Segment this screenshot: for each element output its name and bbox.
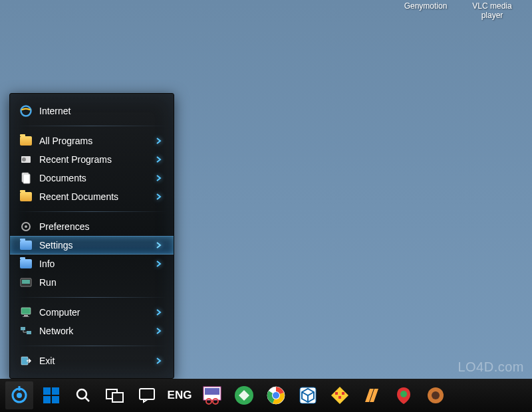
menu-item-documents[interactable]: Documents [10,169,174,187]
taskbar-chrome[interactable] [262,381,290,409]
menu-label-preferences: Preferences [39,221,164,232]
taskbar-task-view[interactable] [101,381,129,409]
svg-rect-12 [21,327,25,330]
svg-rect-10 [24,315,28,316]
svg-point-0 [21,106,31,116]
chevron-right-icon [154,240,164,251]
network-icon [19,324,33,338]
chevron-right-icon [154,356,164,366]
svg-rect-11 [23,316,29,317]
svg-point-40 [432,391,440,399]
menu-label-network: Network [39,326,154,336]
menu-label-exit: Exit [39,356,154,366]
svg-rect-26 [205,388,219,395]
chevron-right-icon [154,258,164,269]
menu-label-run: Run [39,277,164,288]
menu-item-recent-programs[interactable]: Recent Programs [10,150,174,169]
taskbar: ENG [0,379,532,412]
menu-label-all-programs: All Programs [39,136,154,146]
menu-item-recent-documents[interactable]: Recent Documents [10,187,174,206]
folder-icon [19,190,33,203]
svg-point-38 [400,391,407,397]
menu-item-internet[interactable]: Internet [10,102,174,120]
chevron-right-icon [154,173,164,183]
menu-label-settings: Settings [39,240,154,251]
folder-icon [19,134,33,148]
taskbar-virtualbox[interactable] [294,381,322,409]
menu-label-recent-documents: Recent Documents [39,191,154,202]
folder-icon [19,257,33,270]
menu-label-recent-programs: Recent Programs [39,154,154,165]
svg-rect-13 [27,331,31,334]
taskbar-chat[interactable] [133,381,161,409]
documents-icon [19,171,33,185]
svg-point-21 [77,389,86,399]
svg-rect-36 [342,392,344,395]
folder-icon [19,239,33,252]
menu-item-run[interactable]: Run [10,273,174,292]
taskbar-windows-start[interactable] [37,381,65,409]
svg-rect-35 [335,392,338,395]
taskbar-app-diamond[interactable] [326,381,354,409]
svg-point-2 [22,157,26,161]
chevron-right-icon [154,326,164,336]
chevron-right-icon [154,136,164,146]
svg-point-16 [17,393,22,398]
chevron-right-icon [154,191,164,202]
menu-divider [17,211,167,212]
chevron-right-icon [154,154,164,165]
svg-rect-37 [338,396,341,399]
menu-divider [17,126,167,126]
start-button[interactable] [5,381,33,409]
svg-point-6 [25,225,27,228]
menu-label-computer: Computer [39,307,154,318]
taskbar-language[interactable]: ENG [165,389,194,402]
desktop-icons-area: Genymotion VLC media player [399,1,519,20]
svg-point-33 [273,392,279,399]
svg-rect-4 [23,174,30,183]
desktop-icon-vlc[interactable]: VLC media player [466,1,519,20]
recent-programs-icon [19,153,33,166]
start-menu: Internet All Programs Recent Programs Do… [9,93,174,379]
menu-item-computer[interactable]: Computer [10,303,174,322]
svg-rect-19 [43,396,51,403]
taskbar-app-last[interactable] [422,381,450,409]
menu-item-info[interactable]: Info [10,255,174,273]
taskbar-search[interactable] [69,381,97,409]
menu-item-network[interactable]: Network [10,322,174,340]
watermark: LO4D.com [458,360,524,375]
preferences-icon [19,220,33,233]
menu-item-preferences[interactable]: Preferences [10,217,174,236]
svg-rect-24 [140,389,154,399]
chevron-right-icon [154,307,164,318]
taskbar-snipping-tool[interactable] [198,381,226,409]
menu-label-documents: Documents [39,173,154,183]
svg-rect-20 [52,396,59,403]
menu-divider [17,346,167,346]
run-icon [19,276,33,289]
svg-rect-9 [21,308,31,314]
taskbar-app-green[interactable] [230,381,258,409]
svg-rect-23 [112,393,123,402]
desktop-icon-genymotion[interactable]: Genymotion [399,1,452,20]
menu-label-internet: Internet [39,106,164,116]
menu-item-all-programs[interactable]: All Programs [10,132,174,150]
menu-divider [17,297,167,298]
menu-item-exit[interactable]: Exit [10,352,174,370]
menu-label-info: Info [39,258,154,269]
svg-rect-17 [43,387,51,395]
svg-rect-8 [22,280,30,284]
menu-item-settings[interactable]: Settings [10,236,174,255]
exit-icon [19,354,33,367]
taskbar-app-red[interactable] [390,381,418,409]
svg-rect-18 [52,387,59,395]
internet-explorer-icon [19,104,33,118]
taskbar-winamp[interactable] [358,381,386,409]
computer-icon [19,306,33,319]
